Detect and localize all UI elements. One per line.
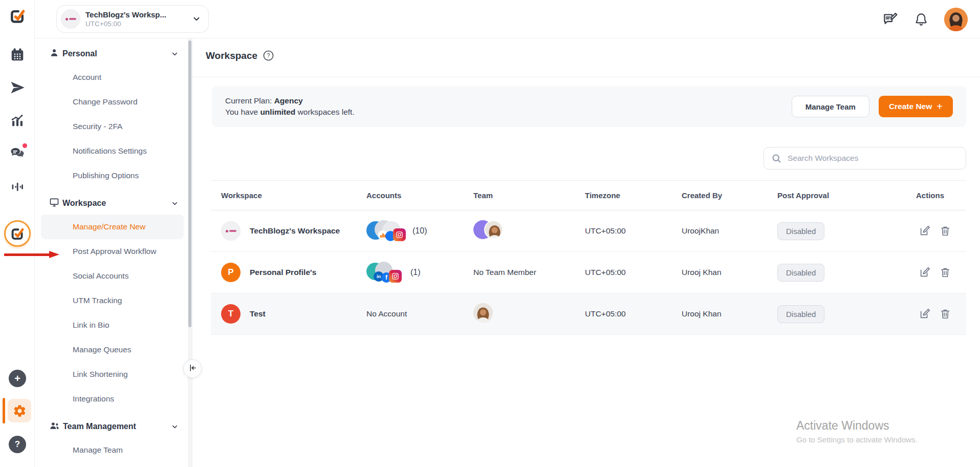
divider bbox=[192, 77, 980, 77]
annotation-arrow bbox=[4, 251, 59, 258]
analytics-icon[interactable] bbox=[9, 112, 26, 129]
chevron-down-icon bbox=[171, 423, 179, 431]
monitor-icon bbox=[49, 197, 59, 209]
sidebar-item-notifications-settings[interactable]: Notifications Settings bbox=[35, 139, 192, 163]
delete-trash-icon[interactable] bbox=[940, 225, 951, 237]
sidebar-item-social-accounts[interactable]: Social Accounts bbox=[35, 264, 192, 288]
active-rail-indicator bbox=[3, 398, 5, 423]
edit-icon[interactable] bbox=[919, 308, 930, 320]
manage-team-button[interactable]: Manage Team bbox=[792, 96, 869, 117]
sidebar-item-change-password[interactable]: Change Password bbox=[35, 90, 192, 114]
team-avatars bbox=[473, 219, 505, 241]
help-icon[interactable]: ? bbox=[9, 436, 26, 453]
sidebar-header-label: Workspace bbox=[62, 199, 106, 208]
delete-trash-icon[interactable] bbox=[940, 267, 951, 278]
post-approval-badge: Disabled bbox=[777, 305, 824, 323]
sidebar-section-workspace: Workspace Manage/Create New Post Approva… bbox=[35, 192, 192, 411]
col-header-created-by: Created By bbox=[682, 191, 777, 200]
create-new-label: Create New bbox=[889, 102, 932, 111]
sidebar-scrollbar[interactable] bbox=[188, 38, 192, 467]
create-new-button[interactable]: Create New + bbox=[879, 96, 953, 117]
page-title: Workspace bbox=[206, 50, 257, 61]
col-header-team: Team bbox=[473, 191, 585, 200]
notifications-bell-icon[interactable] bbox=[913, 12, 929, 27]
sidebar-header-personal[interactable]: Personal bbox=[35, 43, 192, 65]
accounts-text: No Account bbox=[366, 309, 473, 319]
workspace-name[interactable]: Test bbox=[250, 309, 266, 319]
windows-activation-watermark: Activate Windows Go to Settings to activ… bbox=[796, 419, 918, 444]
team-text: No Team Member bbox=[473, 268, 585, 277]
delete-trash-icon[interactable] bbox=[940, 308, 951, 320]
sidebar-item-link-in-bio[interactable]: Link in Bio bbox=[35, 313, 192, 337]
created-by-value: Urooj Khan bbox=[682, 309, 777, 319]
sidebar-item-utm-tracking[interactable]: UTM Tracking bbox=[35, 288, 192, 313]
svg-text:?: ? bbox=[267, 52, 270, 58]
sidebar-section-team-management: Team Management Manage Team bbox=[35, 415, 192, 462]
feedback-icon[interactable] bbox=[882, 11, 898, 28]
created-by-value: Urooj Khan bbox=[682, 268, 777, 277]
watermark-line1: Activate Windows bbox=[796, 419, 918, 433]
sidebar-item-manage-team[interactable]: Manage Team bbox=[35, 438, 192, 462]
edit-icon[interactable] bbox=[919, 267, 930, 278]
edit-icon[interactable] bbox=[919, 225, 930, 237]
team-member-avatar bbox=[473, 303, 493, 323]
sidebar-item-account[interactable]: Account bbox=[35, 65, 192, 90]
sidebar-scrollbar-thumb[interactable] bbox=[188, 40, 191, 327]
team-avatars bbox=[473, 302, 494, 324]
sidebar-item-security-2fa[interactable]: Security - 2FA bbox=[35, 114, 192, 139]
sidebar-item-manage-create-new[interactable]: Manage/Create New bbox=[41, 215, 184, 239]
sidebar-section-personal: Personal Account Change Password Securit… bbox=[35, 43, 192, 188]
person-icon bbox=[49, 48, 59, 60]
account-avatars bbox=[366, 220, 407, 242]
workspace-avatar bbox=[61, 9, 80, 29]
accounts-count: (1) bbox=[410, 268, 421, 277]
add-icon[interactable]: + bbox=[9, 370, 26, 387]
sidebar-item-manage-queues[interactable]: Manage Queues bbox=[35, 337, 192, 362]
plus-icon: + bbox=[937, 101, 943, 112]
accounts-count: (10) bbox=[412, 226, 427, 236]
profile-avatar[interactable] bbox=[944, 8, 968, 31]
team-member-avatar bbox=[484, 220, 503, 239]
account-avatars: in f bbox=[366, 261, 405, 284]
chevron-down-icon bbox=[192, 14, 201, 24]
col-header-accounts: Accounts bbox=[366, 191, 473, 200]
contentstudio-logo-icon[interactable] bbox=[9, 7, 26, 25]
workspaces-left-value: unlimited bbox=[260, 108, 295, 116]
calendar-icon[interactable] bbox=[9, 46, 26, 63]
sidebar-header-team-management[interactable]: Team Management bbox=[35, 415, 192, 438]
workspace-selector[interactable]: TechBlogz's Worksp... UTC+05:00 bbox=[56, 5, 209, 33]
timezone-value: UTC+05:00 bbox=[585, 226, 682, 236]
plan-name: Agency bbox=[274, 96, 303, 105]
table-header-row: Workspace Accounts Team Timezone Created… bbox=[211, 181, 966, 210]
collapse-sidebar-button[interactable] bbox=[183, 359, 202, 378]
search-workspaces-input[interactable] bbox=[788, 154, 959, 163]
help-circle-icon[interactable]: ? bbox=[263, 50, 274, 61]
sidebar-header-workspace[interactable]: Workspace bbox=[35, 192, 192, 215]
sidebar-item-publishing-options[interactable]: Publishing Options bbox=[35, 163, 192, 188]
listening-waveform-icon[interactable] bbox=[9, 178, 26, 196]
table-row: T Test No Account UTC+05:00 Urooj Khan D… bbox=[211, 293, 966, 335]
workspace-name[interactable]: TechBlogz's Workspace bbox=[250, 226, 340, 236]
workspace-name[interactable]: Personal Profile's bbox=[250, 268, 316, 277]
workspace-row-avatar: T bbox=[221, 304, 241, 324]
table-row: P Personal Profile's in f (1) No Team Me… bbox=[211, 252, 966, 293]
post-approval-badge: Disabled bbox=[777, 264, 824, 282]
workspace-row-avatar bbox=[221, 221, 241, 241]
composer-logo-icon[interactable] bbox=[4, 220, 31, 247]
chevron-down-icon bbox=[171, 50, 179, 58]
sidebar-item-integrations[interactable]: Integrations bbox=[35, 387, 192, 411]
workspaces-table: Workspace Accounts Team Timezone Created… bbox=[211, 180, 966, 335]
settings-gear-icon[interactable] bbox=[8, 399, 31, 422]
timezone-value: UTC+05:00 bbox=[585, 309, 682, 319]
workspace-selector-timezone: UTC+05:00 bbox=[85, 20, 166, 28]
sidebar-item-link-shortening[interactable]: Link Shortening bbox=[35, 362, 192, 387]
app-window: { "topbar": { "workspace_selector": { "n… bbox=[0, 0, 980, 467]
inbox-chat-icon[interactable] bbox=[9, 144, 26, 162]
created-by-value: UroojKhan bbox=[682, 226, 777, 236]
col-header-post-approval: Post Approval bbox=[777, 191, 916, 200]
people-icon bbox=[49, 420, 60, 433]
publish-send-icon[interactable] bbox=[9, 79, 26, 96]
search-icon bbox=[771, 153, 782, 164]
sidebar-header-label: Personal bbox=[62, 49, 97, 58]
workspace-row-avatar: P bbox=[221, 263, 241, 282]
